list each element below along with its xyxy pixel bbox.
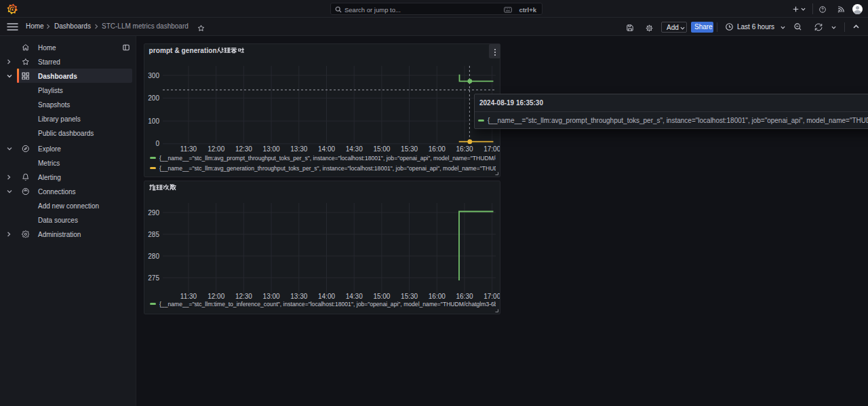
svg-text:15:00: 15:00 [373, 293, 390, 300]
svg-text:14:00: 14:00 [318, 293, 335, 300]
svg-text:15:30: 15:30 [401, 145, 418, 153]
svg-text:16:00: 16:00 [429, 293, 446, 300]
svg-text:12:30: 12:30 [235, 145, 252, 153]
svg-text:300: 300 [148, 72, 159, 79]
svg-text:13:00: 13:00 [263, 145, 280, 153]
svg-text:13:30: 13:30 [290, 293, 307, 300]
svg-text:285: 285 [148, 231, 159, 238]
svg-text:17:00: 17:00 [484, 145, 500, 153]
svg-text:100: 100 [148, 117, 159, 125]
svg-text:11:30: 11:30 [180, 145, 197, 153]
svg-text:14:00: 14:00 [318, 145, 335, 153]
svg-text:13:30: 13:30 [290, 145, 307, 153]
svg-text:13:00: 13:00 [263, 293, 280, 300]
svg-text:12:00: 12:00 [208, 293, 224, 300]
svg-text:14:30: 14:30 [346, 145, 363, 153]
svg-text:16:00: 16:00 [429, 145, 446, 153]
svg-text:0: 0 [155, 140, 159, 147]
svg-text:16:30: 16:30 [456, 145, 473, 153]
svg-text:12:30: 12:30 [235, 293, 252, 300]
svg-text:15:30: 15:30 [401, 293, 418, 300]
svg-text:200: 200 [148, 94, 159, 102]
svg-text:290: 290 [148, 209, 159, 217]
svg-text:275: 275 [148, 274, 159, 282]
svg-text:14:30: 14:30 [346, 293, 363, 300]
svg-text:16:30: 16:30 [456, 293, 473, 300]
svg-text:15:00: 15:00 [373, 145, 390, 153]
svg-text:17:00: 17:00 [484, 293, 500, 300]
svg-text:12:00: 12:00 [208, 145, 224, 153]
svg-text:11:30: 11:30 [180, 293, 197, 300]
svg-text:280: 280 [148, 253, 159, 260]
